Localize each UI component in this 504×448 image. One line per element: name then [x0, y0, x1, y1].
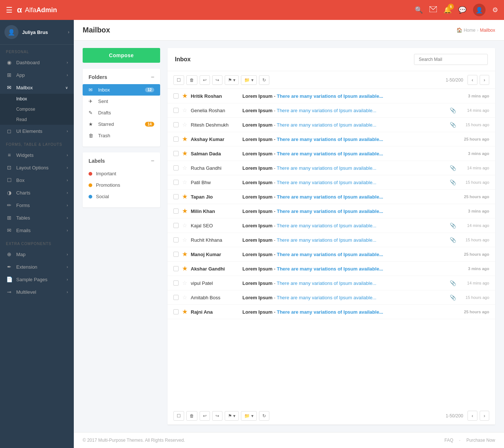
email-row[interactable]: ★ Rajni Ana Lorem Ipsum - There are many…	[168, 305, 495, 319]
email-checkbox[interactable]	[173, 194, 179, 199]
email-row[interactable]: ★ Akshay Kumar Lorem Ipsum - There are m…	[168, 132, 495, 147]
sidebar-subitem-read[interactable]: Read	[0, 114, 74, 125]
star-icon[interactable]: ★	[182, 208, 187, 214]
sidebar-subitem-inbox[interactable]: Inbox	[0, 94, 74, 104]
email-row[interactable]: ★ Akshar Gandhi Lorem Ipsum - There are …	[168, 262, 495, 276]
star-icon[interactable]: ★	[182, 251, 187, 258]
delete-button[interactable]: 🗑	[186, 75, 197, 85]
star-icon[interactable]: ☆	[182, 237, 187, 243]
email-row[interactable]: ☆ Amitabh Boss Lorem Ipsum - There are m…	[168, 290, 495, 305]
sidebar-item-app[interactable]: ⊞ App ›	[0, 69, 74, 81]
faq-link[interactable]: FAQ	[445, 438, 453, 443]
labels-collapse-button[interactable]: −	[151, 158, 154, 164]
star-icon[interactable]: ★	[182, 150, 187, 157]
search-input[interactable]	[414, 54, 488, 65]
email-checkbox[interactable]	[173, 237, 179, 242]
email-row[interactable]: ☆ Rucha Gandhi Lorem Ipsum - There are m…	[168, 161, 495, 175]
reply-button-bottom[interactable]: ↩	[200, 411, 210, 421]
star-icon[interactable]: ☆	[182, 222, 187, 229]
sidebar-item-map[interactable]: ⊕ Map ›	[0, 248, 74, 261]
avatar[interactable]: 👤	[473, 4, 486, 16]
star-icon[interactable]: ☆	[182, 107, 187, 114]
refresh-button[interactable]: ↻	[259, 75, 269, 85]
breadcrumb-home[interactable]: Home	[464, 28, 476, 33]
flag-button-bottom[interactable]: ⚑ ▾	[225, 411, 239, 421]
star-icon[interactable]: ☆	[182, 165, 187, 171]
sidebar-user[interactable]: 👤 Juliya Brus ›	[0, 20, 74, 45]
sidebar-item-multilevel[interactable]: ⊸ Multilevel ›	[0, 286, 74, 298]
email-checkbox[interactable]	[173, 309, 179, 314]
move-button-bottom[interactable]: 📁 ▾	[241, 411, 256, 421]
sidebar-item-box[interactable]: ☐ Box ›	[0, 174, 74, 186]
next-page-button[interactable]: ›	[480, 75, 489, 85]
email-checkbox[interactable]	[173, 180, 179, 185]
star-icon[interactable]: ☆	[182, 294, 187, 301]
sidebar-item-emails[interactable]: ✉ Emails ›	[0, 224, 74, 237]
folder-trash[interactable]: 🗑 Trash	[83, 130, 160, 141]
label-social[interactable]: Social	[83, 191, 160, 202]
bell-icon[interactable]: 🔔 5	[443, 6, 452, 14]
sidebar-item-dashboard[interactable]: ◉ Dashboard ›	[0, 56, 74, 69]
email-row[interactable]: ☆ vipul Patel Lorem Ipsum - There are ma…	[168, 276, 495, 290]
sidebar-item-mailbox[interactable]: ✉ Mailbox ∨	[0, 81, 74, 94]
email-checkbox[interactable]	[173, 165, 179, 170]
email-row[interactable]: ★ Salman Dada Lorem Ipsum - There are ma…	[168, 147, 495, 161]
email-row[interactable]: ☆ Genelia Roshan Lorem Ipsum - There are…	[168, 103, 495, 118]
email-checkbox[interactable]	[173, 280, 179, 286]
email-checkbox[interactable]	[173, 137, 179, 142]
mail-icon[interactable]	[429, 6, 437, 14]
star-icon[interactable]: ★	[182, 265, 187, 272]
email-row[interactable]: ★ Tapan Jio Lorem Ipsum - There are many…	[168, 190, 495, 204]
email-checkbox[interactable]	[173, 209, 179, 214]
settings-icon[interactable]: ⚙	[492, 6, 498, 14]
select-all-button-bottom[interactable]: ☐	[173, 411, 184, 421]
folder-starred[interactable]: ★ Starred 14	[83, 118, 160, 130]
sidebar-item-ui-elements[interactable]: ◻ UI Elements ›	[0, 125, 74, 137]
email-checkbox[interactable]	[173, 151, 179, 156]
email-row[interactable]: ★ Hritik Roshan Lorem Ipsum - There are …	[168, 89, 495, 103]
reply-button[interactable]: ↩	[200, 75, 210, 85]
folders-collapse-button[interactable]: −	[151, 74, 154, 80]
email-row[interactable]: ☆ Kajal SEO Lorem Ipsum - There are many…	[168, 218, 495, 233]
flag-button[interactable]: ⚑ ▾	[225, 75, 239, 85]
email-checkbox[interactable]	[173, 122, 179, 127]
email-checkbox[interactable]	[173, 108, 179, 113]
sidebar-item-widgets[interactable]: ≡ Widgets ›	[0, 149, 74, 161]
sidebar-item-layout-options[interactable]: ⊡ Layout Options ›	[0, 161, 74, 174]
star-icon[interactable]: ☆	[182, 121, 187, 128]
email-checkbox[interactable]	[173, 295, 179, 300]
sidebar-item-forms[interactable]: ✏ Forms ›	[0, 199, 74, 211]
folder-drafts[interactable]: ✎ Drafts	[83, 107, 160, 118]
hamburger-menu[interactable]: ☰	[6, 6, 13, 14]
star-icon[interactable]: ★	[182, 309, 187, 315]
prev-page-button[interactable]: ‹	[467, 75, 477, 85]
star-icon[interactable]: ☆	[182, 179, 187, 186]
sidebar-item-charts[interactable]: ◑ Charts ›	[0, 186, 74, 199]
label-promotions[interactable]: Promotions	[83, 179, 160, 191]
next-page-button-bottom[interactable]: ›	[480, 411, 489, 421]
star-icon[interactable]: ★	[182, 93, 187, 99]
sidebar-item-tables[interactable]: ⊞ Tables ›	[0, 211, 74, 224]
email-checkbox[interactable]	[173, 93, 179, 99]
delete-button-bottom[interactable]: 🗑	[186, 411, 197, 421]
email-row[interactable]: ☆ Ruchit Khhana Lorem Ipsum - There are …	[168, 233, 495, 247]
folder-inbox[interactable]: ✉ Inbox 12	[83, 84, 160, 96]
email-row[interactable]: ★ Manoj Kumar Lorem Ipsum - There are ma…	[168, 247, 495, 262]
forward-button-bottom[interactable]: ↪	[212, 411, 222, 421]
star-icon[interactable]: ★	[182, 136, 187, 142]
label-important[interactable]: Important	[83, 168, 160, 179]
email-checkbox[interactable]	[173, 223, 179, 228]
star-icon[interactable]: ★	[182, 193, 187, 200]
email-checkbox[interactable]	[173, 266, 179, 271]
email-row[interactable]: ☆ Ritesh Deshmukh Lorem Ipsum - There ar…	[168, 118, 495, 132]
email-checkbox[interactable]	[173, 252, 179, 257]
sidebar-subitem-compose[interactable]: Compose	[0, 104, 74, 114]
refresh-button-bottom[interactable]: ↻	[259, 411, 269, 421]
folder-sent[interactable]: ✈ Sent	[83, 96, 160, 107]
purchase-link[interactable]: Purchase Now	[466, 438, 495, 443]
compose-button[interactable]: Compose	[83, 48, 160, 63]
search-icon[interactable]: 🔍	[415, 6, 423, 14]
forward-button[interactable]: ↪	[212, 75, 222, 85]
move-button[interactable]: 📁 ▾	[241, 75, 256, 85]
email-row[interactable]: ☆ Patil Bhw Lorem Ipsum - There are many…	[168, 175, 495, 190]
